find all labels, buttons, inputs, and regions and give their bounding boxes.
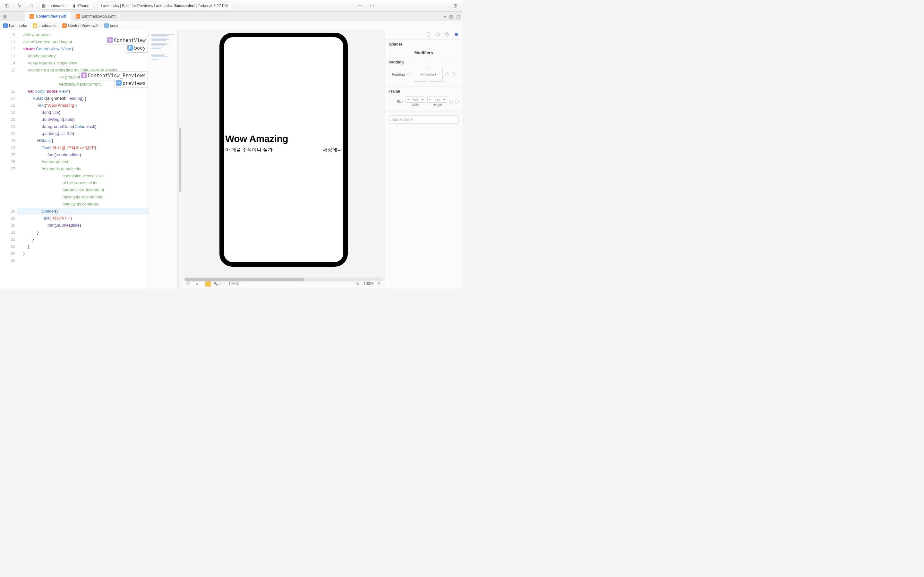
device-screen[interactable]: Wow Amazing 아 애플 주식이나 살까 세상에나 bbox=[224, 37, 343, 262]
code-line[interactable]: .padding(.all, 3.0) bbox=[17, 130, 149, 137]
code-line[interactable]: .foregroundColor(Color.black) bbox=[17, 123, 149, 130]
hide-inspector-button[interactable] bbox=[451, 1, 459, 10]
run-button[interactable] bbox=[15, 1, 24, 10]
code-line[interactable]: having its size defined bbox=[17, 193, 149, 201]
padding-all-toggle[interactable] bbox=[452, 73, 456, 76]
line-number: 20 bbox=[0, 116, 15, 123]
attributes-inspector-tab[interactable] bbox=[454, 32, 459, 38]
related-items-button[interactable]: ▦ bbox=[1, 13, 8, 20]
padding-right-toggle[interactable] bbox=[445, 73, 449, 76]
stepper-minus-button[interactable]: − bbox=[420, 73, 422, 76]
code-line[interactable]: .fontWeight(.bold) bbox=[17, 116, 149, 123]
editor-options-icon[interactable]: ≡ bbox=[443, 14, 446, 19]
code-line[interactable]: .font(.title) bbox=[17, 109, 149, 116]
history-inspector-tab[interactable] bbox=[435, 32, 440, 38]
adjust-editor-icon[interactable]: ▥ bbox=[449, 14, 453, 19]
crumb[interactable]: Lantmarks bbox=[9, 23, 27, 28]
padding-top-handle[interactable] bbox=[427, 66, 430, 69]
stop-button[interactable] bbox=[27, 1, 36, 10]
code-line[interactable]: Text("Wow Amazing") bbox=[17, 102, 149, 109]
height-value[interactable]: Inh bbox=[433, 97, 442, 101]
size-lock-toggle[interactable] bbox=[449, 100, 453, 103]
padding-value[interactable]: Inherite bbox=[422, 73, 434, 76]
zoom-level[interactable]: 100% bbox=[363, 282, 373, 286]
preview-subtitle-left: 아 애플 주식이나 살까 bbox=[225, 147, 273, 153]
line-number bbox=[0, 187, 15, 193]
padding-left-toggle[interactable] bbox=[407, 73, 411, 76]
help-inspector-tab[interactable] bbox=[445, 32, 449, 38]
crumb[interactable]: ContentView.swift bbox=[68, 23, 99, 28]
code-line[interactable]: of the sapces of its bbox=[17, 179, 149, 187]
preview-canvas[interactable]: Wow Amazing 아 애플 주식이나 살까 세상에나 bbox=[182, 30, 385, 278]
code-review-button[interactable] bbox=[368, 1, 376, 10]
code-line[interactable]: //expands to make its bbox=[17, 165, 149, 172]
code-line[interactable]: HStack { bbox=[17, 137, 149, 144]
source-editor[interactable]: 1011121314151617181920212223242526272829… bbox=[0, 30, 182, 288]
code-line[interactable]: Text("세상에나") bbox=[17, 215, 149, 222]
line-number: 12 bbox=[0, 45, 15, 53]
code-line[interactable]: } bbox=[17, 243, 149, 250]
line-number: 25 bbox=[0, 151, 15, 158]
code-line[interactable]: } bbox=[17, 229, 149, 236]
jump-bar[interactable]: ALantmarks〉 ▣Lantmarks〉 ~ContentView.swi… bbox=[0, 21, 462, 30]
nav-back-button[interactable]: 〈 bbox=[10, 13, 17, 20]
zoom-in-button[interactable] bbox=[376, 281, 382, 286]
svg-line-12 bbox=[380, 284, 381, 285]
file-inspector-tab[interactable] bbox=[426, 32, 431, 38]
stepper-plus-button[interactable]: + bbox=[420, 97, 425, 101]
code-line[interactable]: //only returns a single view bbox=[17, 60, 149, 67]
tab-contentview[interactable]: ~ ContentView.swift bbox=[25, 11, 71, 21]
code-line[interactable]: VStack(alignment: .leading) { bbox=[17, 95, 149, 102]
code-line[interactable]: parent view, instead of bbox=[17, 187, 149, 193]
code-line[interactable]: } bbox=[17, 236, 149, 243]
code-line[interactable]: //body property bbox=[17, 53, 149, 60]
symbol-overlay-prop[interactable]: Ppreviews bbox=[115, 79, 148, 88]
minimap[interactable] bbox=[149, 30, 178, 288]
crumb[interactable]: Lantmarks bbox=[39, 23, 57, 28]
padding-editor[interactable]: −Inherite+ bbox=[414, 67, 443, 82]
hide-navigator-button[interactable] bbox=[3, 1, 11, 10]
zoom-out-button[interactable] bbox=[355, 281, 360, 286]
code-line[interactable]: Text("아 애플 주식이나 살까") bbox=[17, 144, 149, 151]
code-line[interactable]: var body: some View { bbox=[17, 88, 149, 95]
line-number: 31 bbox=[0, 229, 15, 236]
scrollbar-thumb[interactable] bbox=[179, 127, 181, 192]
height-stepper[interactable]: −Inh+ bbox=[427, 96, 447, 103]
scrollbar-thumb[interactable] bbox=[185, 277, 304, 282]
size-extra-toggle[interactable] bbox=[455, 100, 459, 103]
padding-bottom-handle[interactable] bbox=[427, 80, 430, 83]
code-line[interactable]: only by its contents. bbox=[17, 201, 149, 208]
nav-forward-button[interactable]: 〉 bbox=[19, 13, 26, 20]
library-button[interactable] bbox=[355, 1, 365, 10]
symbol-overlay-prop[interactable]: Pbody bbox=[126, 44, 148, 53]
activity-status-bar[interactable]: Lantmarks | Build for Previews Lantmarks… bbox=[97, 2, 232, 10]
canvas-horizontal-scrollbar[interactable] bbox=[184, 277, 383, 282]
add-modifier-input[interactable]: Add Modifier bbox=[389, 115, 459, 124]
line-number: 35 bbox=[0, 257, 15, 264]
scheme-selector[interactable]: ▦ Lantmarks 〉 ▮ iPhone bbox=[39, 2, 92, 10]
code-line[interactable]: containing view use all bbox=[17, 172, 149, 179]
code-area[interactable]: SContentView Pbody SContentView_Previews… bbox=[17, 30, 149, 288]
svg-point-21 bbox=[455, 33, 456, 34]
crumb[interactable]: body bbox=[110, 23, 118, 28]
stepper-minus-button[interactable]: − bbox=[428, 97, 433, 101]
editor-scrollbar[interactable] bbox=[178, 30, 182, 288]
code-line[interactable]: .font(.subheadline) bbox=[17, 151, 149, 158]
scheme-device: iPhone bbox=[78, 3, 89, 8]
stepper-plus-button[interactable]: + bbox=[442, 97, 447, 101]
code-line[interactable]: Spacer() bbox=[17, 208, 149, 215]
preview-list-button[interactable]: ≡ bbox=[194, 281, 200, 286]
code-line[interactable]: //seperate text. bbox=[17, 158, 149, 165]
code-line[interactable]: .font(.subheadline) bbox=[17, 222, 149, 229]
stepper-minus-button[interactable]: − bbox=[406, 97, 411, 101]
code-line[interactable] bbox=[17, 257, 149, 264]
tab-lantmarksapp[interactable]: ~ LantmarksApp.swift bbox=[71, 11, 121, 21]
add-editor-icon[interactable]: ▢ bbox=[456, 14, 460, 19]
width-stepper[interactable]: −Inh+ bbox=[405, 96, 425, 103]
svg-rect-0 bbox=[5, 4, 9, 7]
stepper-plus-button[interactable]: + bbox=[435, 73, 436, 76]
code-line[interactable]: } bbox=[17, 250, 149, 257]
width-value[interactable]: Inh bbox=[411, 97, 420, 101]
line-number: 30 bbox=[0, 222, 15, 229]
pin-preview-button[interactable] bbox=[186, 281, 191, 286]
